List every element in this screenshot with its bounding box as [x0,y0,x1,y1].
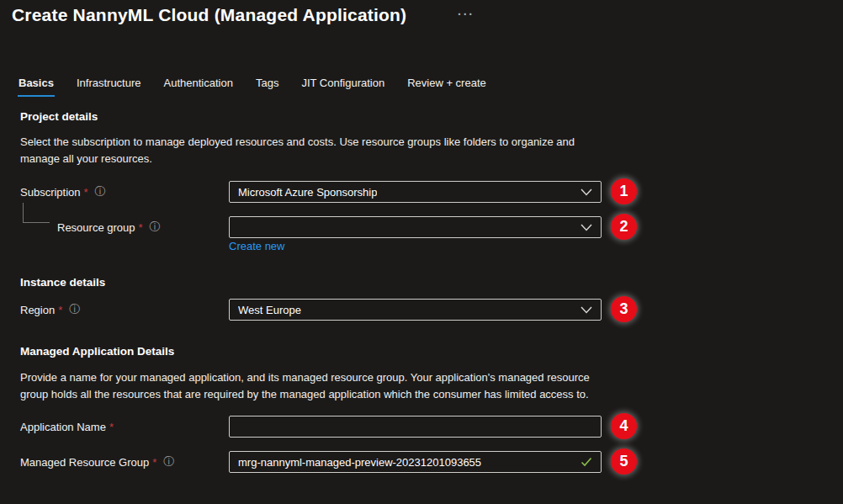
managed-resource-group-field [229,451,602,473]
required-asterisk: * [109,421,114,433]
application-name-label: Application Name * [20,416,114,438]
subscription-value: Microsoft Azure Sponsorship [238,186,377,199]
tab-jit-configuration[interactable]: JIT Configuration [301,77,384,97]
required-asterisk: * [58,304,62,316]
create-managed-app-page: Create NannyML Cloud (Managed Applicatio… [0,0,843,504]
resource-group-label-text: Resource group [57,221,135,234]
required-asterisk: * [84,186,88,199]
required-asterisk: * [139,221,143,234]
page-title: Create NannyML Cloud (Managed Applicatio… [12,5,406,25]
application-name-input[interactable] [238,421,592,433]
info-icon[interactable]: ⓘ [95,184,106,199]
subscription-label-text: Subscription [20,186,81,199]
subscription-label: Subscription * ⓘ [20,181,106,203]
managed-resource-group-input[interactable] [238,456,574,469]
region-dropdown[interactable]: West Europe [229,299,602,321]
annotation-badge-1: 1 [611,178,637,204]
info-icon[interactable]: ⓘ [163,454,174,470]
subscription-resource-group-connector [23,203,50,223]
chevron-down-icon [581,306,592,314]
create-new-link[interactable]: Create new [229,240,284,252]
tab-tags[interactable]: Tags [256,77,278,97]
subscription-dropdown[interactable]: Microsoft Azure Sponsorship [229,181,602,203]
tab-infrastructure-label: Infrastructure [77,77,141,89]
project-details-description: Select the subscription to manage deploy… [20,134,575,167]
tab-authentication[interactable]: Authentication [164,77,233,97]
annotation-badge-2: 2 [611,214,637,240]
managed-resource-group-label-text: Managed Resource Group [20,456,149,469]
chevron-down-icon [581,188,592,196]
region-value: West Europe [238,304,301,316]
tab-infrastructure[interactable]: Infrastructure [77,77,141,97]
tab-review-create-label: Review + create [407,77,486,89]
region-label: Region * ⓘ [20,299,80,321]
instance-details-heading: Instance details [20,276,105,289]
checkmark-icon [581,457,592,467]
tab-basics-label: Basics [19,77,54,89]
wizard-tabs: Basics Infrastructure Authentication Tag… [19,77,486,97]
application-name-label-text: Application Name [20,421,106,433]
project-details-heading: Project details [20,110,98,123]
tab-basics[interactable]: Basics [19,77,54,97]
tab-review-create[interactable]: Review + create [407,77,486,97]
resource-group-label: Resource group * ⓘ [57,216,161,238]
info-icon[interactable]: ⓘ [69,302,80,317]
required-asterisk: * [152,456,156,469]
application-name-field [229,416,602,438]
managed-app-details-description: Provide a name for your managed applicat… [20,369,590,402]
annotation-badge-5: 5 [611,448,637,475]
chevron-down-icon [581,224,592,231]
tab-jit-configuration-label: JIT Configuration [301,77,384,89]
tab-authentication-label: Authentication [164,77,233,89]
region-label-text: Region [20,304,55,316]
tab-tags-label: Tags [256,77,278,89]
resource-group-dropdown[interactable] [229,216,602,238]
annotation-badge-3: 3 [611,296,637,322]
managed-app-details-heading: Managed Application Details [20,345,174,358]
more-options-icon[interactable]: ··· [458,8,475,20]
annotation-badge-4: 4 [611,413,637,439]
managed-resource-group-label: Managed Resource Group * ⓘ [20,451,174,473]
info-icon[interactable]: ⓘ [150,220,161,235]
